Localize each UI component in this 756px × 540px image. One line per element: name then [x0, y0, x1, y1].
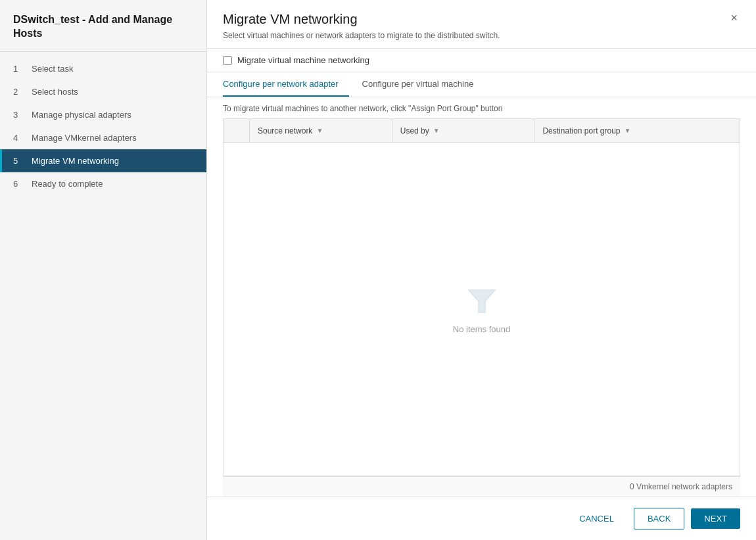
th-destination-port-group: Destination port group ▼	[534, 119, 740, 142]
empty-state-icon	[465, 285, 498, 318]
table-footer-status: 0 Vmkernel network adapters	[223, 476, 740, 497]
destination-filter-icon[interactable]: ▼	[625, 127, 631, 134]
step-num-6: 6	[13, 179, 25, 189]
dialog-title-row: Migrate VM networking ×	[223, 12, 740, 27]
back-button[interactable]: BACK	[634, 508, 684, 529]
tab-configure-virtual-machine[interactable]: Configure per virtual machine	[362, 72, 484, 97]
step-label-6: Ready to complete	[32, 179, 103, 189]
sidebar-title: DSwitch_test - Add and Manage Hosts	[0, 0, 206, 52]
dialog-subtitle: Select virtual machines or network adapt…	[223, 31, 740, 40]
dialog-header: Migrate VM networking × Select virtual m…	[207, 0, 756, 49]
step-num-1: 1	[13, 64, 25, 74]
tab-configure-network-adapter[interactable]: Configure per network adapter	[223, 72, 349, 97]
migrate-vm-checkbox[interactable]	[223, 56, 232, 65]
source-network-filter-icon[interactable]: ▼	[316, 127, 323, 134]
migrate-vm-label[interactable]: Migrate virtual machine networking	[237, 55, 369, 65]
step-label-3: Manage physical adapters	[32, 110, 131, 120]
network-table: Source network ▼ Used by ▼ Destination p…	[223, 118, 740, 476]
sidebar-step-5[interactable]: 5Migrate VM networking	[0, 149, 206, 172]
th-used-by-label: Used by	[400, 126, 429, 135]
th-source-network: Source network ▼	[250, 119, 392, 142]
svg-marker-0	[469, 290, 495, 312]
sidebar-step-6[interactable]: 6Ready to complete	[0, 172, 206, 195]
table-body: No items found	[224, 143, 740, 476]
th-checkbox	[224, 119, 250, 142]
main-window: DSwitch_test - Add and Manage Hosts 1Sel…	[0, 0, 756, 540]
active-step-indicator	[0, 149, 2, 172]
close-button[interactable]: ×	[728, 12, 740, 24]
th-source-network-label: Source network	[258, 126, 312, 135]
cancel-button[interactable]: CANCEL	[566, 508, 627, 529]
used-by-filter-icon[interactable]: ▼	[433, 127, 440, 134]
step-num-5: 5	[13, 156, 25, 166]
empty-state-text: No items found	[453, 324, 510, 334]
step-label-1: Select task	[32, 64, 74, 74]
main-content: Migrate VM networking × Select virtual m…	[207, 0, 756, 540]
next-button[interactable]: NEXT	[691, 508, 740, 529]
sidebar-steps: 1Select task2Select hosts3Manage physica…	[0, 52, 206, 201]
step-label-4: Manage VMkernel adapters	[32, 133, 137, 143]
checkbox-row: Migrate virtual machine networking	[207, 49, 756, 72]
step-num-3: 3	[13, 110, 25, 120]
th-used-by: Used by ▼	[392, 119, 535, 142]
dialog-footer: CANCEL BACK NEXT	[207, 497, 756, 540]
instruction-text: To migrate virtual machines to another n…	[223, 97, 740, 118]
tabs-row: Configure per network adapter Configure …	[207, 72, 756, 97]
step-label-2: Select hosts	[32, 87, 78, 97]
th-destination-label: Destination port group	[542, 126, 620, 135]
sidebar-step-4[interactable]: 4Manage VMkernel adapters	[0, 126, 206, 149]
window-body: DSwitch_test - Add and Manage Hosts 1Sel…	[0, 0, 756, 540]
sidebar: DSwitch_test - Add and Manage Hosts 1Sel…	[0, 0, 207, 540]
step-label-5: Migrate VM networking	[32, 156, 119, 166]
content-area: To migrate virtual machines to another n…	[207, 97, 756, 497]
sidebar-step-2[interactable]: 2Select hosts	[0, 80, 206, 103]
sidebar-step-1[interactable]: 1Select task	[0, 57, 206, 80]
step-num-4: 4	[13, 133, 25, 143]
step-num-2: 2	[13, 87, 25, 97]
table-header: Source network ▼ Used by ▼ Destination p…	[224, 119, 740, 143]
dialog-title: Migrate VM networking	[223, 12, 358, 27]
sidebar-step-3[interactable]: 3Manage physical adapters	[0, 103, 206, 126]
